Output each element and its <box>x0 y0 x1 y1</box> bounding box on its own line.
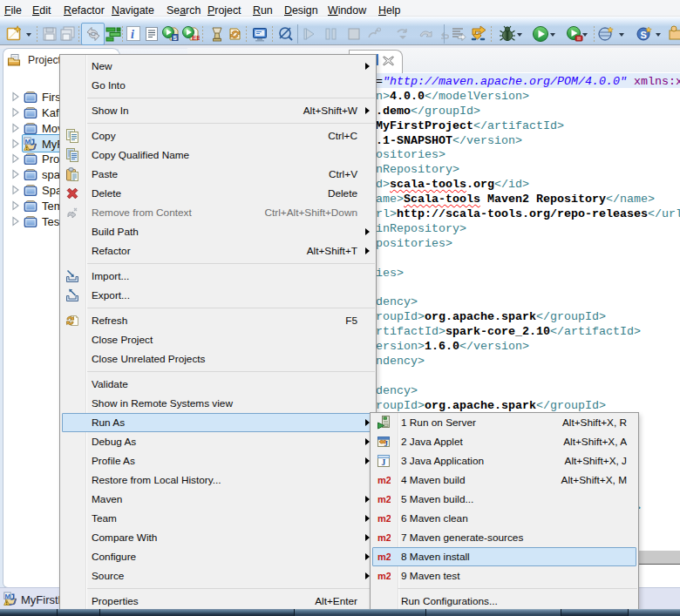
svg-text:m2: m2 <box>377 475 391 485</box>
svg-text:S: S <box>173 35 178 41</box>
svg-text:J: J <box>382 458 386 467</box>
svg-text:EE: EE <box>192 34 200 42</box>
svg-text:m2: m2 <box>377 513 391 524</box>
svg-text:J: J <box>384 439 389 448</box>
svg-text:m2: m2 <box>377 532 391 543</box>
svg-text:m2: m2 <box>377 552 391 562</box>
svg-text:m2: m2 <box>377 494 391 504</box>
svg-text:i: i <box>131 28 134 41</box>
svg-text:M: M <box>25 137 31 145</box>
svg-text:S: S <box>641 30 647 40</box>
svg-text:m2: m2 <box>377 571 391 581</box>
svg-text:M: M <box>5 592 11 600</box>
